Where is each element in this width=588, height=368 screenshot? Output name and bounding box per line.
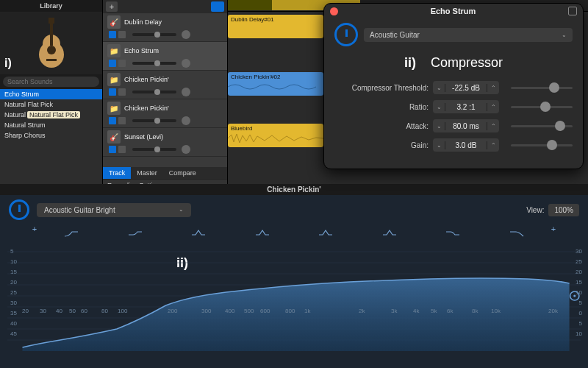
plugin-title: Echo Strum xyxy=(338,7,568,15)
annotation-ii: ii) xyxy=(404,55,416,71)
threshold-stepper[interactable]: ⌄-22.5 dB⌃ xyxy=(433,81,499,94)
amp-icon: 🎸 xyxy=(107,130,121,144)
ratio-slider[interactable] xyxy=(511,106,573,108)
headphone-button[interactable] xyxy=(118,31,126,38)
band-handle-lowcut[interactable] xyxy=(40,224,104,241)
preset-select[interactable]: Acoustic Guitar⌄ xyxy=(364,28,573,42)
pan-knob[interactable] xyxy=(182,30,190,39)
library-item[interactable]: Natural Strum xyxy=(0,120,102,130)
power-button[interactable] xyxy=(334,23,358,46)
freq-tick: 10k xyxy=(491,308,501,314)
headphone-button[interactable] xyxy=(118,60,126,67)
eq-preset-select[interactable]: Acoustic Guitar Bright⌄ xyxy=(37,203,191,217)
track-row[interactable]: 🎸Dublin Delay xyxy=(103,13,227,42)
freq-tick: 400 xyxy=(225,308,234,314)
decrement-button[interactable]: ⌄ xyxy=(433,100,445,113)
band-handle-highcut[interactable] xyxy=(485,224,549,241)
library-item[interactable]: Echo Strum xyxy=(0,89,102,99)
increment-button[interactable]: ⌃ xyxy=(487,138,499,152)
band-handle-peak[interactable] xyxy=(231,224,295,241)
freq-tick: 40 xyxy=(56,308,62,314)
tab-compare[interactable]: Compare xyxy=(163,167,202,179)
band-handle-highshelf[interactable] xyxy=(421,224,485,241)
freq-tick: 20k xyxy=(548,308,558,314)
volume-slider[interactable] xyxy=(132,119,176,122)
freq-tick: 500 xyxy=(244,308,254,314)
headphone-button[interactable] xyxy=(118,117,126,124)
pan-knob[interactable] xyxy=(182,145,190,154)
freq-tick: 5k xyxy=(431,308,437,314)
increment-button[interactable]: ⌃ xyxy=(487,81,499,94)
decrement-button[interactable]: ⌄ xyxy=(433,138,445,152)
band-handle-peak[interactable] xyxy=(358,224,422,241)
mute-button[interactable] xyxy=(109,117,116,124)
param-attack: Attack: ⌄80.0 ms⌃ xyxy=(334,119,573,132)
band-handle-peak[interactable] xyxy=(167,224,231,241)
mute-button[interactable] xyxy=(109,146,116,153)
add-track-button[interactable]: + xyxy=(106,1,118,12)
eq-graph[interactable]: ii) 5 10 15 20 25 30 35 40 45 30 25 20 1… xyxy=(7,241,581,351)
audio-region[interactable]: Bluebird xyxy=(228,124,323,147)
track-row[interactable]: 📁Chicken Pickin' xyxy=(103,99,227,128)
instrument-thumbnail[interactable]: i) xyxy=(0,12,102,74)
pan-knob[interactable] xyxy=(182,59,190,68)
freq-tick: 2k xyxy=(359,308,365,314)
decrement-button[interactable]: ⌄ xyxy=(433,81,445,94)
audio-region[interactable]: Dublin Delay#01 xyxy=(228,15,323,38)
ratio-stepper[interactable]: ⌄3.2 :1⌃ xyxy=(433,100,499,113)
gain-stepper[interactable]: ⌄3.0 dB⌃ xyxy=(433,138,499,152)
audio-region[interactable]: Chicken Pickin'#02 xyxy=(228,72,323,96)
freq-tick: 4k xyxy=(413,308,419,314)
tab-track[interactable]: Track xyxy=(103,167,131,179)
view-label: View: xyxy=(526,206,544,214)
track-row[interactable]: 📁Echo Strum xyxy=(103,42,227,71)
pan-knob[interactable] xyxy=(182,88,190,96)
view-zoom-select[interactable]: 100% xyxy=(548,204,579,216)
volume-slider[interactable] xyxy=(132,91,176,93)
increment-button[interactable]: ⌃ xyxy=(487,100,499,113)
tab-master[interactable]: Master xyxy=(131,167,163,179)
close-button[interactable] xyxy=(330,7,338,15)
volume-slider[interactable] xyxy=(132,33,176,36)
attack-slider[interactable] xyxy=(511,125,573,127)
svg-rect-3 xyxy=(50,21,53,46)
increment-button[interactable]: ⌃ xyxy=(487,119,499,132)
freq-tick: 8k xyxy=(472,308,478,314)
gain-slider[interactable] xyxy=(511,144,573,146)
volume-slider[interactable] xyxy=(132,148,176,151)
attack-stepper[interactable]: ⌄80.0 ms⌃ xyxy=(433,119,499,132)
volume-slider[interactable] xyxy=(132,62,176,65)
guitar-icon xyxy=(33,18,70,69)
pan-knob[interactable] xyxy=(182,116,190,125)
mute-button[interactable] xyxy=(109,31,116,38)
headphone-button[interactable] xyxy=(118,146,126,153)
param-ratio: Ratio: ⌄3.2 :1⌃ xyxy=(334,100,573,113)
track-filter-button[interactable] xyxy=(211,1,224,12)
search-input[interactable] xyxy=(3,77,99,87)
svg-rect-5 xyxy=(46,59,57,61)
mute-button[interactable] xyxy=(109,88,116,96)
band-handle-peak[interactable] xyxy=(294,224,358,241)
eq-power-button[interactable] xyxy=(9,199,29,220)
mute-button[interactable] xyxy=(109,60,116,67)
library-list: Echo Strum Natural Flat Pick NaturalNatu… xyxy=(0,89,102,141)
library-item[interactable]: Sharp Chorus xyxy=(0,130,102,141)
library-item[interactable]: Natural Flat Pick xyxy=(0,99,102,110)
headphone-button[interactable] xyxy=(118,88,126,96)
freq-tick: 800 xyxy=(285,308,295,314)
tooltip: Natural Flat Pick xyxy=(27,111,80,118)
expand-icon[interactable] xyxy=(568,7,577,15)
add-band-left[interactable]: + xyxy=(29,224,40,241)
folder-icon: 📁 xyxy=(107,102,121,115)
eq-track-title: Chicken Pickin' xyxy=(0,184,588,195)
track-row[interactable]: 🎸Sunset (Levi) xyxy=(103,128,227,157)
library-item[interactable]: NaturalNatural Flat Pick xyxy=(0,110,102,120)
band-handle-lowshelf[interactable] xyxy=(104,224,168,241)
freq-tick: 6k xyxy=(447,308,453,314)
add-band-right[interactable]: + xyxy=(548,224,559,241)
threshold-slider[interactable] xyxy=(511,87,573,89)
library-panel: Library i) Echo Strum Natural Flat Pick … xyxy=(0,0,103,191)
track-row[interactable]: 📁Chicken Pickin' xyxy=(103,71,227,99)
freq-tick: 30 xyxy=(40,308,46,314)
decrement-button[interactable]: ⌄ xyxy=(433,119,445,132)
